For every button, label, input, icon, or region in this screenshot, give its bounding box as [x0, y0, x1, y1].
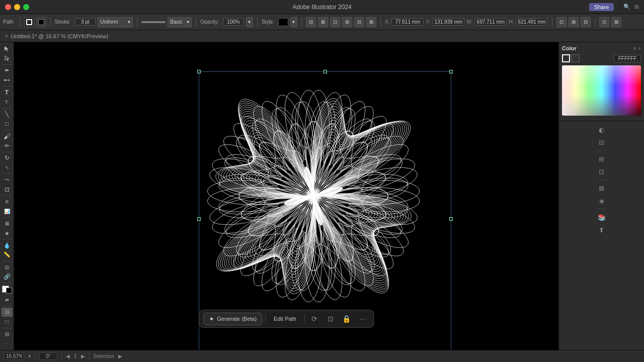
arrange-icon[interactable]: ⊞ [634, 4, 639, 10]
opacity-dropdown[interactable]: ▾ [246, 17, 253, 27]
view-toggle-btn[interactable]: ⊡ [2, 308, 13, 317]
tool-sep-5 [3, 152, 12, 152]
status-arrow[interactable]: ▶ [118, 353, 122, 359]
x-input[interactable] [391, 18, 424, 26]
next-page-btn[interactable]: ▶ [81, 353, 85, 359]
layers-icon[interactable]: ⊞ [596, 153, 607, 164]
color-selector[interactable] [2, 286, 12, 294]
type-touch-tool[interactable]: Tᵢ [2, 98, 13, 107]
eyedrop-tool[interactable]: 💧 [2, 241, 13, 250]
lock-btn[interactable]: 🔒 [340, 312, 353, 325]
link-tool[interactable]: 🔗 [2, 273, 13, 282]
title-icons: 🔍 ⊞ [623, 4, 639, 10]
panel-close-icon[interactable]: × [638, 46, 641, 51]
more-btn[interactable]: ⊟ [581, 17, 591, 27]
arrange-layers-btn[interactable]: ⊡ [599, 17, 609, 27]
pencil-tool[interactable]: ✏ [2, 141, 13, 150]
minimize-button[interactable] [14, 4, 20, 10]
paintbrush-tool[interactable]: 🖌 [2, 132, 13, 141]
appearance-icon[interactable]: ◈ [596, 195, 607, 206]
artboards-icon[interactable]: ⊡ [596, 166, 607, 177]
properties-icon[interactable]: ⊠ [596, 183, 607, 194]
artboard-tool[interactable]: ⊟ [2, 329, 13, 338]
transform-btn[interactable]: ⊡ [556, 17, 567, 27]
align-bot-btn[interactable]: ⊠ [366, 17, 376, 27]
refresh-btn[interactable]: ⟳ [308, 312, 321, 325]
blend-tool[interactable]: ◎ [2, 263, 13, 272]
tool-sep-13 [3, 328, 12, 328]
share-button[interactable]: Share [589, 3, 614, 11]
swatches-icon[interactable]: ⊟ [596, 137, 607, 148]
assets-icon[interactable]: 📚 [596, 212, 607, 223]
h-input[interactable] [516, 18, 548, 26]
rect-tool[interactable]: □ [2, 119, 13, 128]
style-dropdown[interactable]: ▾ [290, 17, 297, 27]
pen-tool[interactable]: ✒ [2, 66, 13, 75]
style-preview[interactable] [278, 18, 288, 26]
zoom-dropdown[interactable]: ▾ [28, 353, 31, 359]
warp-tool[interactable]: 〜 [2, 175, 13, 185]
tab-title[interactable]: Untitled-1* @ 16.67 % (CMYK/Preview) [11, 33, 108, 39]
fill-color-btn[interactable] [36, 17, 46, 27]
toolbar-sep-2 [50, 18, 51, 27]
titlebar: Adobe Illustrator 2024 Share 🔍 ⊞ [0, 0, 644, 14]
direct-select-tool[interactable] [2, 54, 13, 63]
resize-btn[interactable]: ⊡ [324, 312, 337, 325]
more-tools-btn[interactable]: ··· [2, 339, 13, 348]
swap-colors-btn[interactable]: ⇄ [2, 295, 13, 304]
fill-swatch[interactable] [572, 54, 580, 62]
canvas-area[interactable]: ✦ Generate (Beta) Edit Path ⟳ ⊡ 🔒 ··· [14, 42, 558, 350]
color-guide-icon[interactable]: ◐ [596, 124, 607, 135]
screen-mode-btn[interactable]: □ [2, 317, 13, 326]
w-input[interactable] [474, 18, 507, 26]
scale-tool[interactable]: ⤡ [2, 163, 13, 172]
zoom-input[interactable] [4, 352, 24, 360]
align-left-btn[interactable]: ⊟ [306, 17, 316, 27]
export-icon[interactable]: ⬆ [596, 224, 607, 235]
hex-input[interactable] [614, 55, 641, 62]
edit-path-btn[interactable]: Edit Path [269, 314, 301, 324]
free-transform-tool[interactable]: ⊡ [2, 185, 13, 194]
line-tool[interactable]: ╲ [2, 110, 13, 119]
align-btn[interactable]: ⊞ [569, 17, 579, 27]
select-tool[interactable] [2, 44, 13, 53]
arrange2-btn[interactable]: ⊠ [611, 17, 621, 27]
stroke-weight-input[interactable] [74, 18, 96, 26]
stroke-color-btn[interactable] [24, 17, 34, 27]
app-title: Adobe Illustrator 2024 [292, 4, 351, 11]
rotation-input[interactable] [39, 352, 57, 360]
tool-label: Path [3, 19, 14, 25]
align-top-btn[interactable]: ⊞ [342, 17, 352, 27]
generate-btn[interactable]: ✦ Generate (Beta) [203, 313, 262, 325]
search-icon[interactable]: 🔍 [623, 4, 630, 10]
prev-page-btn[interactable]: ◀ [66, 353, 70, 359]
pen-add-tool[interactable]: ✒+ [2, 75, 13, 84]
more-options-btn[interactable]: ··· [356, 312, 369, 325]
maximize-button[interactable] [23, 4, 29, 10]
align-mid-btn[interactable]: ⊟ [354, 17, 364, 27]
close-button[interactable] [5, 4, 11, 10]
tool-sep-8 [3, 217, 12, 218]
mesh-tool[interactable]: ⊠ [2, 219, 13, 228]
background-color[interactable] [6, 288, 12, 294]
opacity-input[interactable] [223, 18, 244, 26]
symbol-spray-tool[interactable]: ⊛ [2, 197, 13, 206]
rsi-sep-2 [598, 179, 606, 180]
gradient-tool[interactable]: ◈ [2, 229, 13, 238]
rotate-tool[interactable]: ↻ [2, 153, 13, 162]
color-picker[interactable] [562, 65, 641, 116]
toolbar-sep-6 [301, 18, 302, 27]
measure-tool[interactable]: 📏 [2, 250, 13, 259]
align-center-btn[interactable]: ⊠ [318, 17, 328, 27]
main-canvas[interactable] [14, 42, 558, 350]
type-tool[interactable]: T [2, 88, 13, 97]
panel-menu-icon[interactable]: ≡ [633, 46, 636, 51]
tab-close-btn[interactable]: × [5, 33, 8, 39]
y-input[interactable] [432, 18, 464, 26]
align-right-btn[interactable]: ⊡ [330, 17, 340, 27]
stroke-swatch[interactable] [562, 54, 570, 62]
stroke-dropdown[interactable]: Uniform ▾ [98, 17, 133, 27]
toolbar-sep-5 [257, 18, 258, 27]
stroke-pattern-dropdown[interactable]: Basic ▾ [168, 17, 192, 27]
graph-tool[interactable]: 📊 [2, 207, 13, 216]
